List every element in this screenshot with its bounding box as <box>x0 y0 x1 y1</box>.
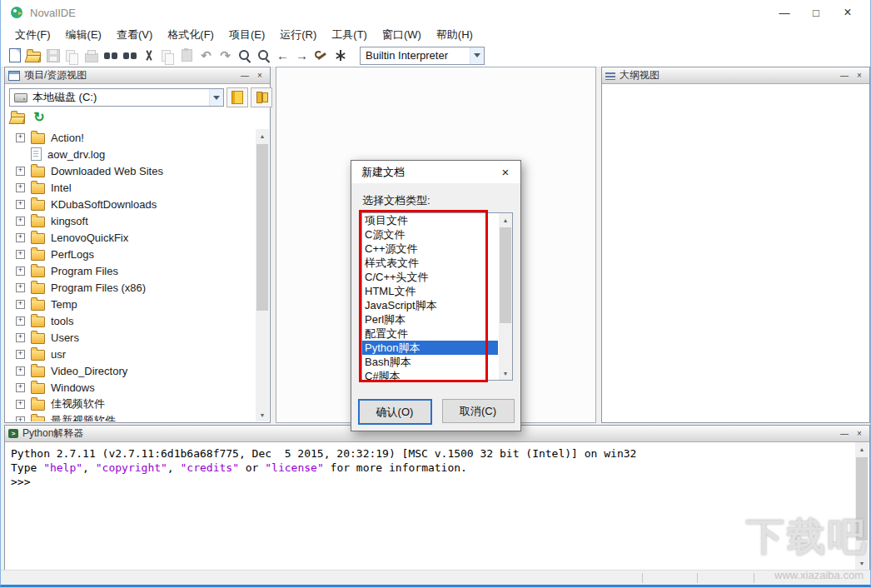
scrollbar-thumb[interactable] <box>256 144 268 311</box>
tree-row[interactable]: aow_drv.log <box>6 146 255 162</box>
list-item[interactable]: 样式表文件 <box>362 256 498 270</box>
expand-icon[interactable]: + <box>16 217 25 226</box>
navigate-back-button[interactable]: ← <box>273 47 292 65</box>
find-in-files-button[interactable] <box>101 47 120 65</box>
tree-row[interactable]: +Windows <box>6 379 255 396</box>
expand-icon[interactable]: + <box>16 300 25 309</box>
list-item-selected[interactable]: Python脚本 <box>362 341 498 355</box>
drive-combo[interactable]: 本地磁盘 (C:) <box>9 88 224 107</box>
menu-project[interactable]: 项目(E) <box>221 25 272 45</box>
expand-icon[interactable]: + <box>16 333 25 342</box>
tree-row[interactable]: +LenovoQuickFix <box>6 229 255 246</box>
tools-button[interactable] <box>311 47 331 65</box>
expand-icon[interactable]: + <box>16 283 25 292</box>
chevron-down-icon[interactable] <box>209 89 223 106</box>
expand-icon[interactable]: + <box>16 400 25 409</box>
expand-icon[interactable]: + <box>16 183 25 192</box>
project-panel-minimize-icon[interactable]: — <box>238 70 251 82</box>
undo-button[interactable]: ↶ <box>197 47 216 65</box>
search-button[interactable] <box>235 47 254 65</box>
chevron-down-icon[interactable] <box>470 47 484 64</box>
scrollbar-thumb[interactable] <box>500 227 511 323</box>
list-item[interactable]: HTML文件 <box>362 284 498 298</box>
python-console[interactable]: Python 2.7.11 (v2.7.11:6d1b6a68f775, Dec… <box>6 442 854 570</box>
tree-row[interactable]: +Temp <box>6 296 255 312</box>
tree-row[interactable]: +Users <box>6 329 255 346</box>
web-button[interactable] <box>331 47 350 65</box>
project-panel-close-icon[interactable]: × <box>253 70 266 82</box>
cut-button[interactable] <box>139 47 158 65</box>
menu-window[interactable]: 窗口(W) <box>375 25 429 45</box>
tree-row[interactable]: +PerfLogs <box>6 246 255 262</box>
outline-panel-close-icon[interactable]: × <box>853 70 866 82</box>
tree-row[interactable]: +Program Files (x86) <box>6 279 255 296</box>
refresh-button[interactable]: ↻ <box>30 109 48 126</box>
save-all-button[interactable] <box>62 47 82 65</box>
new-project-button[interactable] <box>226 87 248 107</box>
open-folder-button[interactable] <box>24 47 43 65</box>
save-button[interactable] <box>43 47 62 65</box>
list-item[interactable]: 项目文件 <box>362 213 498 227</box>
document-type-list[interactable]: 项目文件 C源文件 C++源文件 样式表文件 C/C++头文件 HTML文件 J… <box>361 212 513 381</box>
list-item[interactable]: C#脚本 <box>362 369 498 381</box>
cancel-button[interactable]: 取消(C) <box>442 399 515 423</box>
tree-row[interactable]: +usr <box>6 346 255 362</box>
list-item[interactable]: JavaScript脚本 <box>362 298 498 312</box>
new-file-button[interactable] <box>5 47 24 65</box>
find-button[interactable] <box>120 47 139 65</box>
expand-icon[interactable]: + <box>16 167 25 176</box>
outline-panel-minimize-icon[interactable]: — <box>838 70 851 82</box>
tree-scrollbar[interactable]: ▲ ▼ <box>256 129 269 421</box>
list-item[interactable]: Bash脚本 <box>362 355 498 369</box>
close-button[interactable]: × <box>832 1 864 24</box>
library-button[interactable] <box>251 87 272 107</box>
expand-icon[interactable]: + <box>16 250 25 259</box>
expand-icon[interactable]: + <box>16 200 25 209</box>
expand-icon[interactable]: + <box>16 350 25 359</box>
menu-view[interactable]: 查看(V) <box>109 25 160 45</box>
paste-button[interactable] <box>177 47 197 65</box>
list-scrollbar[interactable]: ▲ ▼ <box>499 213 512 380</box>
scroll-down-icon[interactable]: ▼ <box>855 556 869 570</box>
list-item[interactable]: 配置文件 <box>362 326 498 341</box>
console-scrollbar[interactable]: ▲ ▼ <box>855 442 869 570</box>
menu-file[interactable]: 文件(F) <box>7 25 58 45</box>
expand-icon[interactable]: + <box>16 233 25 242</box>
tree-row[interactable]: +Program Files <box>6 262 255 279</box>
ok-button[interactable]: 确认(O) <box>358 399 432 425</box>
list-item[interactable]: Perl脚本 <box>362 312 498 326</box>
menu-help[interactable]: 帮助(H) <box>429 25 480 45</box>
expand-icon[interactable]: + <box>16 366 25 376</box>
menu-run[interactable]: 运行(R) <box>272 25 324 45</box>
scrollbar-thumb[interactable] <box>856 457 868 541</box>
console-panel-close-icon[interactable]: × <box>853 428 866 440</box>
expand-icon[interactable]: + <box>16 416 25 422</box>
menu-tools[interactable]: 工具(T) <box>324 25 375 45</box>
scroll-up-icon[interactable]: ▲ <box>256 129 269 142</box>
search-next-button[interactable] <box>254 47 273 65</box>
tree-row[interactable]: +Intel <box>6 179 255 196</box>
expand-icon[interactable]: + <box>16 316 25 326</box>
tree-row[interactable]: +最新视频软件 <box>6 412 255 421</box>
tree-row[interactable]: +Downloaded Web Sites <box>6 162 255 179</box>
scroll-up-icon[interactable]: ▲ <box>499 213 512 227</box>
open-location-button[interactable] <box>8 109 27 126</box>
list-item[interactable]: C/C++头文件 <box>362 270 498 284</box>
list-item[interactable]: C++源文件 <box>362 242 498 256</box>
tree-row[interactable]: +kingsoft <box>6 212 255 229</box>
tree-row[interactable]: +tools <box>6 312 255 329</box>
scroll-down-icon[interactable]: ▼ <box>499 366 512 380</box>
navigate-forward-button[interactable]: → <box>292 47 311 65</box>
tree-row[interactable]: +KDubaSoftDownloads <box>6 196 255 212</box>
redo-button[interactable]: ↷ <box>216 47 235 65</box>
expand-icon[interactable]: + <box>16 267 25 276</box>
tree-row[interactable]: +佳视频软件 <box>6 396 255 412</box>
list-item[interactable]: C源文件 <box>362 227 498 242</box>
copy-button[interactable] <box>158 47 177 65</box>
expand-icon[interactable]: + <box>16 383 25 392</box>
scroll-up-icon[interactable]: ▲ <box>855 442 869 456</box>
print-button[interactable] <box>82 47 101 65</box>
expand-icon[interactable]: + <box>16 133 25 142</box>
menu-format[interactable]: 格式化(F) <box>160 25 221 45</box>
scroll-down-icon[interactable]: ▼ <box>256 408 269 421</box>
